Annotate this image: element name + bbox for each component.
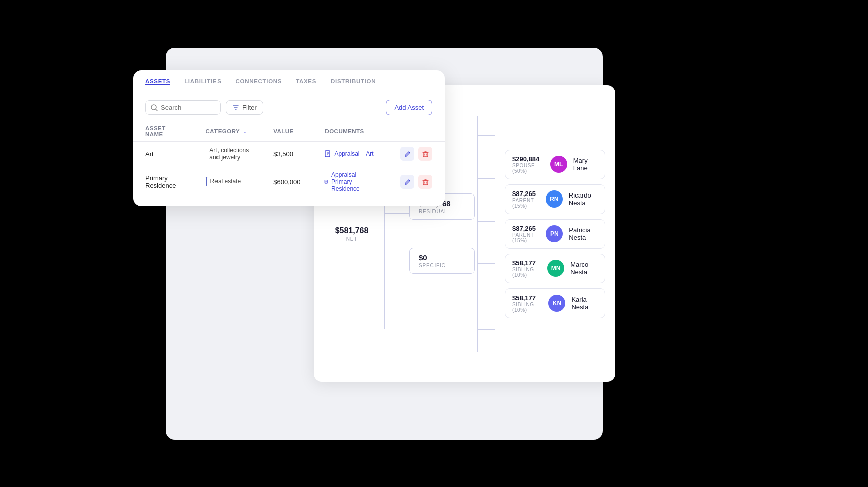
specific-box: $0 SPECIFIC — [409, 248, 475, 274]
value-art: $3,500 — [261, 142, 312, 166]
tab-taxes[interactable]: TAXES — [296, 78, 316, 85]
delete-button-art[interactable] — [418, 147, 432, 161]
bene-name-marco: Marco Nesta — [570, 261, 598, 276]
search-icon — [151, 104, 158, 111]
bene-role-marco: SIBLING (10%) — [512, 267, 541, 278]
search-input[interactable] — [161, 104, 215, 111]
add-asset-button[interactable]: Add Asset — [386, 100, 432, 115]
bene-amount-ricardo: $87,265 — [512, 190, 539, 198]
table-row: Primary Residence Real estate $600,000 — [133, 166, 445, 198]
bene-info-karla: $58,177 SIBLING (10%) — [512, 294, 542, 313]
bene-role-mary: SPOUSE (50%) — [512, 163, 544, 174]
svg-line-10 — [156, 109, 157, 111]
category-label-art: Art, collections and jewelry — [209, 147, 249, 161]
tab-liabilities[interactable]: LIABILITIES — [184, 78, 221, 85]
edit-icon — [404, 151, 411, 157]
bene-amount-marco: $58,177 — [512, 259, 541, 267]
bene-card-patricia: $87,265 PARENT (15%) PN Patricia Nesta — [505, 219, 605, 249]
avatar-mary: ML — [550, 156, 567, 173]
col-documents: DOCUMENTS — [312, 121, 388, 142]
delete-button-residence[interactable] — [418, 175, 432, 189]
bene-amount-patricia: $87,265 — [512, 225, 539, 232]
bene-card-marco: $58,177 SIBLING (10%) MN Marco Nesta — [505, 254, 605, 283]
bene-amount-mary: $290,884 — [512, 155, 544, 163]
bene-name-mary: Mary Lane — [573, 157, 598, 172]
category-art: Art, collections and jewelry — [194, 142, 262, 166]
bene-name-karla: Karla Nesta — [571, 296, 598, 311]
svg-rect-15 — [423, 153, 428, 157]
avatar-marco: MN — [547, 260, 564, 277]
asset-name-art: Art — [133, 142, 194, 166]
specific-label: SPECIFIC — [419, 263, 465, 268]
net-value-section: $581,768 NET — [324, 226, 379, 242]
actions-residence — [388, 166, 445, 198]
tab-connections[interactable]: CONNECTIONS — [236, 78, 282, 85]
bene-amount-karla: $58,177 — [512, 294, 542, 302]
bene-role-ricardo: PARENT (15%) — [512, 198, 539, 209]
tab-bar: ASSETS LIABILITIES CONNECTIONS TAXES DIS… — [133, 70, 445, 93]
edit-icon — [404, 179, 411, 185]
beneficiary-list: $290,884 SPOUSE (50%) ML Mary Lane $87,2… — [500, 150, 605, 318]
filter-button[interactable]: Filter — [226, 100, 263, 115]
sort-icon: ↓ — [244, 128, 247, 134]
category-dot-art — [206, 149, 207, 158]
col-asset-name: ASSET NAME — [133, 121, 194, 142]
bene-card-ricardo: $87,265 PARENT (15%) RN Ricardo Nesta — [505, 184, 605, 214]
bene-info-marco: $58,177 SIBLING (10%) — [512, 259, 541, 278]
bene-info-mary: $290,884 SPOUSE (50%) — [512, 155, 544, 174]
filter-label: Filter — [242, 104, 257, 111]
actions-art — [388, 142, 445, 166]
col-value: VALUE — [261, 121, 312, 142]
delete-icon — [422, 151, 429, 157]
tab-distribution[interactable]: DISTRIBUTION — [331, 78, 376, 85]
bene-role-patricia: PARENT (15%) — [512, 232, 539, 243]
bene-card-karla: $58,177 SIBLING (10%) KN Karla Nesta — [505, 288, 605, 318]
bene-name-patricia: Patricia Nesta — [569, 226, 598, 241]
assets-toolbar: Filter Add Asset — [133, 93, 445, 121]
edit-button-art[interactable] — [400, 147, 414, 161]
bene-info-ricardo: $87,265 PARENT (15%) — [512, 190, 539, 209]
assets-table: ASSET NAME CATEGORY ↓ VALUE DOCUMENTS Ar… — [133, 121, 445, 198]
net-label: NET — [346, 236, 357, 242]
avatar-karla: KN — [548, 295, 565, 312]
col-category[interactable]: CATEGORY ↓ — [194, 121, 262, 142]
value-residence: $600,000 — [261, 166, 312, 198]
specific-amount: $0 — [419, 253, 465, 262]
edit-button-residence[interactable] — [400, 175, 414, 189]
doc-link-art[interactable]: Appraisal – Art — [324, 150, 376, 157]
net-amount: $581,768 — [335, 226, 369, 235]
avatar-ricardo: RN — [546, 190, 563, 208]
doc-link-residence[interactable]: Appraisal – Primary Residence — [324, 171, 376, 192]
table-row: Art Art, collections and jewelry $3,500 — [133, 142, 445, 166]
svg-rect-24 — [423, 181, 428, 185]
tab-assets[interactable]: ASSETS — [145, 78, 170, 85]
category-label-residence: Real estate — [210, 178, 241, 185]
doc-icon-art — [324, 150, 332, 157]
col-actions — [388, 121, 445, 142]
category-residence: Real estate — [194, 166, 262, 198]
bene-connector-svg — [475, 113, 500, 354]
bene-card-mary-lane: $290,884 SPOUSE (50%) ML Mary Lane — [505, 150, 605, 179]
search-box[interactable] — [145, 100, 221, 115]
asset-name-residence: Primary Residence — [133, 166, 194, 198]
bene-info-patricia: $87,265 PARENT (15%) — [512, 225, 539, 243]
avatar-patricia: PN — [546, 225, 563, 242]
residual-label: RESIDUAL — [419, 209, 465, 214]
bene-role-karla: SIBLING (10%) — [512, 302, 542, 313]
filter-icon — [232, 104, 239, 111]
assets-panel: ASSETS LIABILITIES CONNECTIONS TAXES DIS… — [133, 70, 445, 206]
delete-icon — [422, 179, 429, 185]
document-art[interactable]: Appraisal – Art — [312, 142, 388, 166]
document-residence[interactable]: Appraisal – Primary Residence — [312, 166, 388, 198]
doc-icon-residence — [324, 178, 329, 185]
bene-name-ricardo: Ricardo Nesta — [569, 191, 598, 207]
category-dot-residence — [206, 177, 207, 186]
